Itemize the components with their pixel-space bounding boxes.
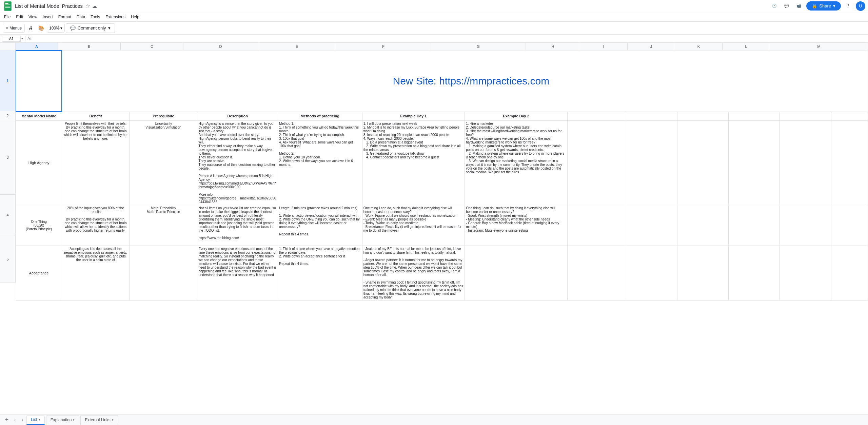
- more-options-icon[interactable]: ⋮: [844, 1, 853, 11]
- cell-a5[interactable]: Acceptance: [16, 246, 62, 300]
- cell-h5[interactable]: [567, 246, 626, 300]
- col-header-g[interactable]: G: [431, 43, 526, 50]
- cell-a1[interactable]: [16, 51, 62, 112]
- cell-m5[interactable]: [831, 246, 868, 300]
- cell-reference[interactable]: [2, 36, 21, 42]
- cell-l5[interactable]: [780, 246, 831, 300]
- cell-k5[interactable]: [729, 246, 780, 300]
- cell-b3[interactable]: People limit themselves with their belie…: [62, 120, 130, 205]
- cell-j4[interactable]: [677, 205, 728, 246]
- cell-l4[interactable]: [780, 205, 831, 246]
- chat-icon[interactable]: 💬: [782, 1, 791, 11]
- cell-j5[interactable]: [677, 246, 728, 300]
- sheets-nav-next[interactable]: ›: [19, 417, 26, 423]
- menu-format[interactable]: Format: [56, 14, 74, 20]
- zoom-selector[interactable]: 100% ▾: [47, 24, 65, 33]
- sheets-nav-prev[interactable]: ‹: [12, 417, 18, 423]
- cell-l2[interactable]: [780, 112, 831, 120]
- cell-a3[interactable]: High Agency: [16, 120, 62, 205]
- col-header-a[interactable]: A: [16, 43, 58, 50]
- cell-f4[interactable]: One thing I can do, such that by doing i…: [362, 205, 465, 246]
- cell-b1-merged[interactable]: New Site: https://mmpractices.com: [62, 51, 868, 112]
- cell-e5[interactable]: 1. Think of a time where you have a nega…: [278, 246, 362, 300]
- cell-d2[interactable]: Description: [197, 112, 278, 120]
- cell-f5[interactable]: - Jealous of my BF: It is normal for me …: [362, 246, 465, 300]
- cell-k2[interactable]: [729, 112, 780, 120]
- cell-k4[interactable]: [729, 205, 780, 246]
- cell-g3[interactable]: 1. Hire a marketer 2. Delegate/outsource…: [465, 120, 568, 205]
- col-header-l[interactable]: L: [723, 43, 770, 50]
- col-header-k[interactable]: K: [675, 43, 723, 50]
- cell-l3[interactable]: [780, 120, 831, 205]
- cell-e3[interactable]: Method 1: 1. Think of something you will…: [278, 120, 362, 205]
- drive-icon[interactable]: ☁: [92, 3, 97, 9]
- row-header-2[interactable]: 2: [0, 111, 16, 120]
- row-header-1[interactable]: 1: [0, 50, 16, 111]
- menu-view[interactable]: View: [26, 14, 40, 20]
- video-icon[interactable]: 📹: [794, 1, 804, 11]
- cell-i3[interactable]: [626, 120, 677, 205]
- menu-insert[interactable]: Insert: [40, 14, 56, 20]
- cell-k3[interactable]: [729, 120, 780, 205]
- col-header-h[interactable]: H: [526, 43, 580, 50]
- cell-d4[interactable]: Not all items on your to-do list are cre…: [197, 205, 278, 246]
- col-header-j[interactable]: J: [628, 43, 675, 50]
- tab-external-links[interactable]: External Links ▾: [80, 415, 118, 425]
- cell-d5[interactable]: Every one has negative emotions and most…: [197, 246, 278, 300]
- col-header-m[interactable]: M: [770, 43, 868, 50]
- menu-extensions[interactable]: Extensions: [103, 14, 128, 20]
- menus-button[interactable]: ≡ Menus: [3, 24, 25, 33]
- col-header-c[interactable]: C: [121, 43, 183, 50]
- cell-h2[interactable]: [567, 112, 626, 120]
- cell-f2[interactable]: Example Day 1: [362, 112, 465, 120]
- cell-b5[interactable]: Accepting as it is decreases all the neg…: [62, 246, 130, 300]
- cell-i4[interactable]: [626, 205, 677, 246]
- cell-g4[interactable]: One thing I can do, such that by doing i…: [465, 205, 568, 246]
- cell-c4[interactable]: Math: Probability Math: Pareto Principle: [130, 205, 197, 246]
- col-header-i[interactable]: I: [580, 43, 628, 50]
- col-header-f[interactable]: F: [336, 43, 431, 50]
- menu-data[interactable]: Data: [74, 14, 88, 20]
- row-header-4[interactable]: 4: [0, 195, 16, 235]
- paint-format-button[interactable]: 🎨: [36, 23, 46, 33]
- cell-g2[interactable]: Example Day 2: [465, 112, 568, 120]
- comment-only-button[interactable]: 💬 Comment only ▾: [66, 23, 115, 33]
- cell-e4[interactable]: Length: 2 minutes (practice takes around…: [278, 205, 362, 246]
- cell-c5[interactable]: [130, 246, 197, 300]
- menu-tools[interactable]: Tools: [88, 14, 103, 20]
- cell-f3[interactable]: 1. I will do a presentation next week 2.…: [362, 120, 465, 205]
- cell-c2[interactable]: Prerequisite: [130, 112, 197, 120]
- cell-j3[interactable]: [677, 120, 728, 205]
- print-button[interactable]: 🖨: [26, 23, 35, 33]
- cell-h3[interactable]: [567, 120, 626, 205]
- account-avatar[interactable]: U: [856, 1, 865, 11]
- share-button[interactable]: 🔒 Share ▾: [806, 1, 841, 11]
- cell-d3[interactable]: High Agency is a sense that the story gi…: [197, 120, 278, 205]
- row-header-5[interactable]: 5: [0, 235, 16, 283]
- history-icon[interactable]: 🕐: [770, 1, 779, 11]
- tab-list[interactable]: List ▾: [26, 415, 45, 425]
- formula-input[interactable]: [33, 36, 866, 41]
- col-header-d[interactable]: D: [183, 43, 258, 50]
- cell-c3[interactable]: Uncertainty Visualization/Simulation: [130, 120, 197, 205]
- cell-j2[interactable]: [677, 112, 728, 120]
- site-link[interactable]: New Site: https://mmpractices.com: [393, 75, 549, 86]
- cell-a4[interactable]: One Thing (80/20) (Pareto Principle): [16, 205, 62, 246]
- menu-edit[interactable]: Edit: [13, 14, 26, 20]
- col-header-b[interactable]: B: [58, 43, 121, 50]
- tab-explanation[interactable]: Explanation ▾: [46, 415, 79, 425]
- cell-a2[interactable]: Mental Model Name: [16, 112, 62, 120]
- cell-m4[interactable]: [831, 205, 868, 246]
- cell-i2[interactable]: [626, 112, 677, 120]
- cell-i5[interactable]: [626, 246, 677, 300]
- cell-g5[interactable]: [465, 246, 568, 300]
- cell-m3[interactable]: [831, 120, 868, 205]
- cell-e2[interactable]: Methods of practicing: [278, 112, 362, 120]
- menu-help[interactable]: Help: [128, 14, 142, 20]
- cell-b4[interactable]: 20% of the input gives you 80% of the re…: [62, 205, 130, 246]
- cell-m2[interactable]: [831, 112, 868, 120]
- cell-b2[interactable]: Benefit: [62, 112, 130, 120]
- add-sheet-button[interactable]: +: [3, 416, 11, 424]
- cell-h4[interactable]: [567, 205, 626, 246]
- star-icon[interactable]: ☆: [85, 3, 90, 9]
